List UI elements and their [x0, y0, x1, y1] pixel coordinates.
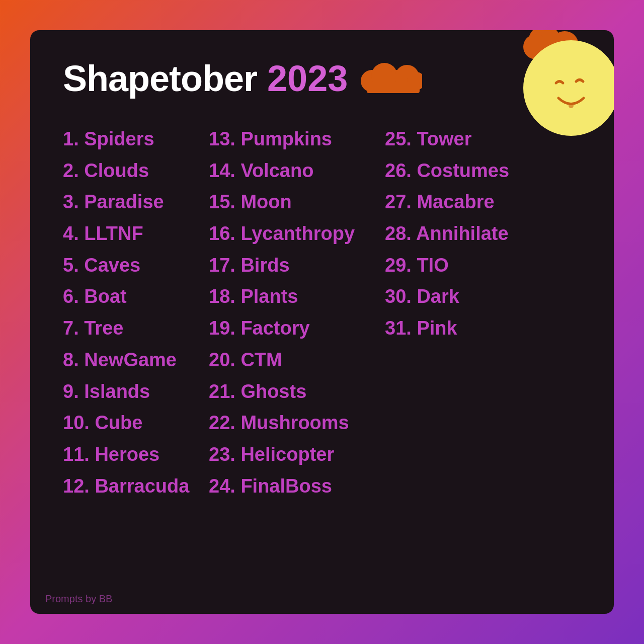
list-item: 21. Ghosts — [209, 376, 385, 408]
title-row: Shapetober 2023 — [63, 58, 581, 99]
list-item-mushrooms: 22. Mushrooms — [209, 407, 385, 439]
list-item: 7. Tree — [63, 312, 209, 344]
list-item: 16. Lycanthropy — [209, 218, 385, 250]
cloud-decoration — [357, 61, 422, 96]
list-item: 26. Costumes — [385, 155, 526, 187]
list-item: 11. Heroes — [63, 439, 209, 470]
moon-face-svg — [523, 40, 614, 136]
list-item: 3. Paradise — [63, 186, 209, 218]
moon-character — [508, 30, 614, 136]
list-item: 6. Boat — [63, 281, 209, 312]
list-column-3: 25. Tower 26. Costumes 27. Macabre 28. A… — [385, 123, 526, 344]
list-item: 14. Volcano — [209, 155, 385, 187]
outer-frame: Shapetober 2023 1. Spiders 2. Clouds 3. … — [0, 0, 644, 644]
list-item: 2. Clouds — [63, 155, 209, 187]
list-item: 24. FinalBoss — [209, 470, 385, 502]
title-year: 2023 — [267, 58, 348, 99]
svg-point-0 — [569, 103, 574, 108]
list-column-2: 13. Pumpkins 14. Volcano 15. Moon 16. Ly… — [209, 123, 385, 502]
list-item-factory: 19. Factory — [209, 312, 385, 344]
list-item: 8. NewGame — [63, 344, 209, 376]
list-item: 20. CTM — [209, 344, 385, 376]
list-item-islands: 9. Islands — [63, 376, 209, 408]
attribution: Prompts by BB — [45, 593, 112, 605]
list-item: 13. Pumpkins — [209, 123, 385, 155]
list-item: 1. Spiders — [63, 123, 209, 155]
list-item: 17. Birds — [209, 250, 385, 281]
list-item: 12. Barracuda — [63, 470, 209, 502]
list-item: 31. Pink — [385, 312, 526, 344]
inner-card: Shapetober 2023 1. Spiders 2. Clouds 3. … — [30, 30, 614, 614]
list-item: 28. Annihilate — [385, 218, 526, 250]
list-item: 18. Plants — [209, 281, 385, 312]
list-item: 29. TIO — [385, 250, 526, 281]
moon-body — [523, 40, 614, 136]
list-column-1: 1. Spiders 2. Clouds 3. Paradise 4. LLTN… — [63, 123, 209, 502]
list-item: 27. Macabre — [385, 186, 526, 218]
list-item: 10. Cube — [63, 407, 209, 439]
list-item: 4. LLTNF — [63, 218, 209, 250]
svg-rect-6 — [367, 82, 420, 93]
list-item: 30. Dark — [385, 281, 526, 312]
list-item: 25. Tower — [385, 123, 526, 155]
title-main: Shapetober — [63, 58, 257, 99]
list-item: 23. Helicopter — [209, 439, 385, 470]
list-item: 5. Caves — [63, 250, 209, 281]
list-item: 15. Moon — [209, 186, 385, 218]
lists-container: 1. Spiders 2. Clouds 3. Paradise 4. LLTN… — [63, 123, 581, 502]
